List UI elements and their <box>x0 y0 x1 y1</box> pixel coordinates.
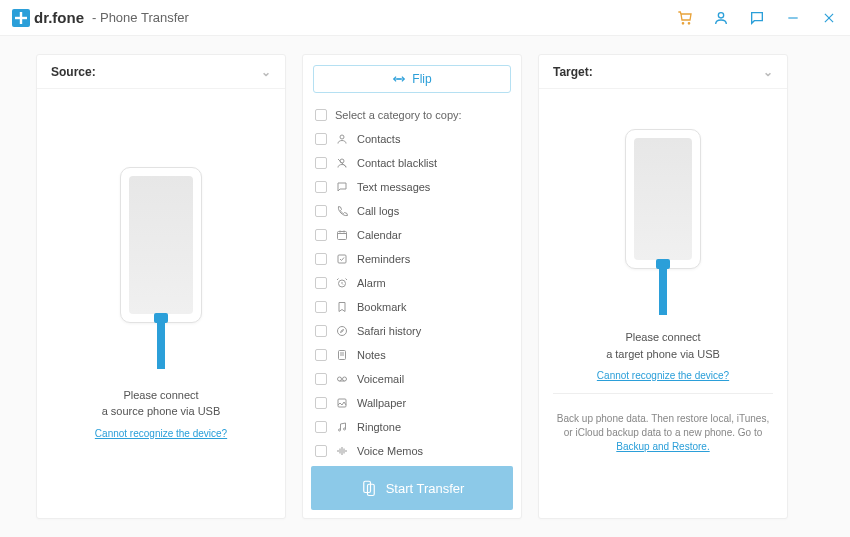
bookmark-icon <box>335 300 349 314</box>
footer-text: Back up phone data. Then restore local, … <box>557 413 769 438</box>
contact-icon <box>335 132 349 146</box>
svg-line-10 <box>338 159 346 167</box>
checkbox[interactable] <box>315 109 327 121</box>
safari-icon <box>335 324 349 338</box>
category-label: Voicemail <box>357 373 404 385</box>
svg-point-26 <box>344 428 346 430</box>
category-label: Notes <box>357 349 386 361</box>
target-header[interactable]: Target: ⌄ <box>539 55 787 89</box>
category-item[interactable]: Ringtone <box>313 415 511 439</box>
checkbox[interactable] <box>315 349 327 361</box>
category-label: Safari history <box>357 325 421 337</box>
titlebar-actions <box>676 9 838 27</box>
select-header-label: Select a category to copy: <box>335 109 462 121</box>
category-label: Bookmark <box>357 301 407 313</box>
category-label: Reminders <box>357 253 410 265</box>
category-item[interactable]: Safari history <box>313 319 511 343</box>
checkbox[interactable] <box>315 205 327 217</box>
wallpaper-icon <box>335 396 349 410</box>
source-panel: Source: ⌄ Please connect a source phone … <box>36 54 286 519</box>
category-label: Call logs <box>357 205 399 217</box>
app-logo: dr.fone <box>12 9 84 27</box>
checkbox[interactable] <box>315 229 327 241</box>
category-item[interactable]: Text messages <box>313 175 511 199</box>
category-item[interactable]: Bookmark <box>313 295 511 319</box>
blacklist-icon <box>335 156 349 170</box>
reminder-icon <box>335 252 349 266</box>
category-label: Ringtone <box>357 421 401 433</box>
alarm-icon <box>335 276 349 290</box>
checkbox[interactable] <box>315 133 327 145</box>
cart-icon[interactable] <box>676 9 694 27</box>
minimize-icon[interactable] <box>784 9 802 27</box>
target-footer: Back up phone data. Then restore local, … <box>539 404 787 462</box>
source-label: Source: <box>51 65 96 79</box>
logo-icon <box>12 9 30 27</box>
category-item[interactable]: Alarm <box>313 271 511 295</box>
start-transfer-button[interactable]: Start Transfer <box>311 466 513 510</box>
checkbox[interactable] <box>315 181 327 193</box>
notes-icon <box>335 348 349 362</box>
flip-label: Flip <box>412 72 431 86</box>
svg-rect-15 <box>338 255 346 263</box>
category-item[interactable]: Contacts <box>313 127 511 151</box>
titlebar: dr.fone - Phone Transfer <box>0 0 850 36</box>
close-icon[interactable] <box>820 9 838 27</box>
category-label: Wallpaper <box>357 397 406 409</box>
checkbox[interactable] <box>315 301 327 313</box>
category-label: Text messages <box>357 181 430 193</box>
category-item[interactable]: Voicemail <box>313 367 511 391</box>
ringtone-icon <box>335 420 349 434</box>
usb-cable-icon <box>659 267 667 315</box>
checkbox[interactable] <box>315 325 327 337</box>
category-item[interactable]: Wallpaper <box>313 391 511 415</box>
category-select-all[interactable]: Select a category to copy: <box>313 103 511 127</box>
call-icon <box>335 204 349 218</box>
category-item[interactable]: Reminders <box>313 247 511 271</box>
brand-text: dr.fone <box>34 9 84 26</box>
category-label: Contacts <box>357 133 400 145</box>
user-icon[interactable] <box>712 9 730 27</box>
main-area: Source: ⌄ Please connect a source phone … <box>0 36 850 537</box>
chevron-down-icon: ⌄ <box>763 65 773 79</box>
checkbox[interactable] <box>315 157 327 169</box>
target-connect-message: Please connect a target phone via USB Ca… <box>597 329 729 383</box>
backup-restore-link[interactable]: Backup and Restore. <box>616 441 709 452</box>
source-phone-area: Please connect a source phone via USB Ca… <box>37 89 285 518</box>
transfer-panel: Flip Select a category to copy: Contacts… <box>302 54 522 519</box>
category-item[interactable]: Calendar <box>313 223 511 247</box>
svg-point-3 <box>688 22 689 23</box>
feedback-icon[interactable] <box>748 9 766 27</box>
category-list[interactable]: Select a category to copy: ContactsConta… <box>303 99 521 458</box>
svg-point-2 <box>682 22 683 23</box>
source-connect-message: Please connect a source phone via USB Ca… <box>95 387 227 441</box>
svg-point-21 <box>338 377 342 381</box>
flip-button[interactable]: Flip <box>313 65 511 93</box>
usb-cable-icon <box>157 321 165 369</box>
category-item[interactable]: Voice Memos <box>313 439 511 458</box>
checkbox[interactable] <box>315 253 327 265</box>
transfer-icon <box>360 479 378 497</box>
checkbox[interactable] <box>315 421 327 433</box>
target-label: Target: <box>553 65 593 79</box>
svg-point-25 <box>339 429 341 431</box>
checkbox[interactable] <box>315 445 327 457</box>
source-header[interactable]: Source: ⌄ <box>37 55 285 89</box>
target-phone-area: Please connect a target phone via USB Ca… <box>539 89 787 383</box>
svg-rect-1 <box>15 16 27 18</box>
checkbox[interactable] <box>315 397 327 409</box>
checkbox[interactable] <box>315 373 327 385</box>
window-title: - Phone Transfer <box>92 10 189 25</box>
category-item[interactable]: Contact blacklist <box>313 151 511 175</box>
category-item[interactable]: Notes <box>313 343 511 367</box>
message-icon <box>335 180 349 194</box>
source-help-link[interactable]: Cannot recognize the device? <box>95 426 227 441</box>
category-label: Contact blacklist <box>357 157 437 169</box>
category-label: Voice Memos <box>357 445 423 457</box>
category-label: Alarm <box>357 277 386 289</box>
phone-placeholder-icon <box>120 167 202 323</box>
category-item[interactable]: Call logs <box>313 199 511 223</box>
checkbox[interactable] <box>315 277 327 289</box>
target-help-link[interactable]: Cannot recognize the device? <box>597 368 729 383</box>
target-panel: Target: ⌄ Please connect a target phone … <box>538 54 788 519</box>
